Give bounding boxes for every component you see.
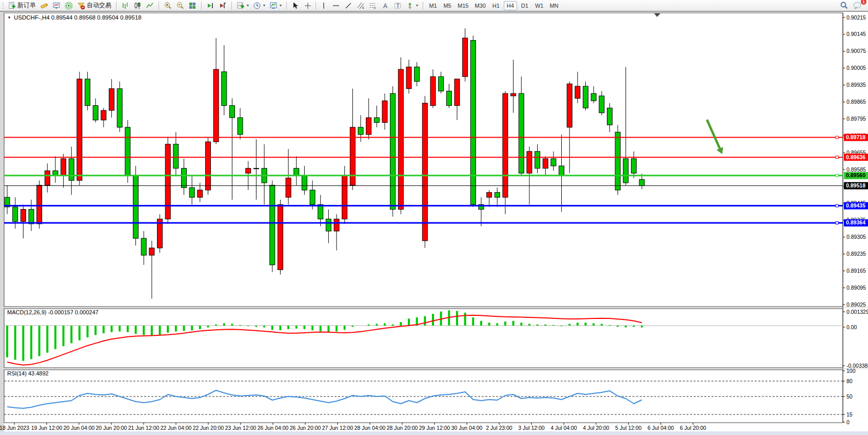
crayon-button[interactable]	[38, 1, 50, 11]
arrows-tool-button[interactable]: ▾	[404, 1, 420, 11]
svg-text:0.00: 0.00	[846, 324, 857, 330]
candle	[246, 168, 251, 173]
candlestick-type-button[interactable]	[131, 1, 144, 11]
separator	[423, 2, 423, 10]
crosshair-tool-button[interactable]	[302, 1, 314, 11]
template-button[interactable]: ▾	[267, 1, 284, 11]
candle	[446, 91, 451, 105]
timeframe-mn-button[interactable]: MN	[547, 1, 561, 10]
candle	[37, 185, 42, 224]
new-order-button[interactable]: 新订单	[6, 1, 38, 11]
svg-text:0.89795: 0.89795	[846, 116, 866, 122]
horizontal-line-tool-button[interactable]	[330, 1, 342, 11]
candle	[213, 69, 219, 142]
period-clock-icon	[253, 2, 261, 10]
text-label-tool-button[interactable]: T	[391, 1, 404, 11]
svg-text:21 Jun 12:00: 21 Jun 12:00	[128, 425, 160, 431]
new-order-icon	[8, 2, 16, 10]
chart-title: ▼USDCHF-,H4 0.89544 0.89568 0.89504 0.89…	[7, 14, 142, 21]
chart-shift-button[interactable]	[216, 1, 229, 11]
candle	[149, 248, 154, 255]
candle	[318, 204, 323, 219]
new-chart-icon	[52, 2, 61, 10]
svg-text:28 Jun 04:00: 28 Jun 04:00	[354, 425, 386, 431]
candle	[374, 118, 379, 122]
bar-chart-type-button[interactable]	[119, 1, 131, 11]
line-chart-type-button[interactable]	[144, 1, 156, 11]
svg-text:50: 50	[846, 393, 853, 400]
zoom-in-button[interactable]	[162, 1, 174, 11]
dropdown-arrow[interactable]: ▾	[280, 3, 282, 8]
candle	[439, 77, 444, 91]
symbol-dropdown-icon[interactable]: ▼	[7, 15, 11, 20]
auto-scroll-button[interactable]	[204, 1, 216, 11]
candle	[125, 127, 130, 176]
vertical-line-icon	[320, 2, 328, 10]
macd-label: MACD(12,26,9) -0.000157 0.000247	[7, 309, 98, 315]
svg-text:4 Jul 04:00: 4 Jul 04:00	[550, 425, 577, 431]
tile-windows-button[interactable]	[186, 1, 199, 11]
text-label-icon: T	[393, 2, 402, 10]
candle	[77, 79, 82, 180]
horizontal-line-icon	[332, 2, 340, 10]
dropdown-arrow[interactable]: ▾	[247, 3, 249, 8]
new-chart-button[interactable]	[50, 1, 63, 11]
candle	[495, 193, 500, 197]
candle	[133, 176, 139, 238]
svg-text:USDCHF-,H4 0.89544 0.89568 0.: USDCHF-,H4 0.89544 0.89568 0.89504 0.895…	[14, 14, 142, 21]
candle	[535, 152, 540, 168]
svg-text:26 Jun 20:00: 26 Jun 20:00	[290, 425, 321, 431]
toolbar-grip[interactable]	[2, 2, 4, 9]
timeframe-m15-button[interactable]: M15	[455, 1, 471, 10]
crosshair-icon	[304, 2, 312, 10]
candle	[350, 127, 355, 185]
svg-text:28 Jun 20:00: 28 Jun 20:00	[387, 425, 418, 431]
search-button[interactable]	[838, 1, 851, 11]
candle	[29, 210, 34, 224]
autotrade-button[interactable]: 自动交易	[75, 1, 113, 11]
timeframe-m1-button[interactable]: M1	[426, 1, 440, 10]
signal-button[interactable]	[63, 1, 75, 11]
indicators-icon	[236, 2, 245, 10]
signal-icon	[65, 2, 73, 10]
candle	[422, 103, 427, 241]
period-clock-button[interactable]: ▾	[251, 1, 267, 11]
svg-text:0.89935: 0.89935	[846, 82, 866, 88]
svg-text:22 Jun 20:00: 22 Jun 20:00	[193, 425, 224, 431]
timeframe-m5-button[interactable]: M5	[441, 1, 454, 10]
timeframe-h1-button[interactable]: H1	[489, 1, 503, 10]
template-icon	[269, 2, 278, 10]
candle	[182, 168, 187, 188]
dropdown-arrow[interactable]: ▾	[416, 3, 418, 8]
timeframe-w1-button[interactable]: W1	[532, 1, 546, 10]
candle	[270, 185, 275, 265]
vertical-line-tool-button[interactable]	[318, 1, 330, 11]
timeframe-m30-button[interactable]: M30	[472, 1, 488, 10]
svg-text:0.90075: 0.90075	[846, 48, 866, 54]
timeframe-buttons: M1M5M15M30H1H4D1W1MN	[425, 0, 562, 11]
text-tool-button[interactable]: A	[379, 1, 391, 11]
cursor-tool-button[interactable]	[289, 1, 302, 11]
separator	[116, 2, 116, 10]
new-order-label: 新订单	[17, 1, 36, 10]
trendline-icon	[344, 2, 352, 10]
candle	[430, 77, 436, 105]
svg-text:0: 0	[846, 419, 850, 425]
trendline-tool-button[interactable]	[342, 1, 354, 11]
svg-text:0.89636: 0.89636	[846, 154, 865, 160]
timeframe-h4-button[interactable]: H4	[504, 1, 517, 10]
zoom-out-button[interactable]	[174, 1, 186, 11]
candle	[415, 67, 420, 81]
indicators-button[interactable]: ▾	[234, 1, 251, 11]
channel-tool-button[interactable]: E	[354, 1, 367, 11]
svg-text:0.89718: 0.89718	[846, 134, 865, 140]
svg-text:E: E	[362, 6, 364, 9]
candle	[189, 187, 194, 197]
candle	[366, 118, 371, 135]
timeframe-d1-button[interactable]: D1	[518, 1, 531, 10]
chat-button[interactable]: 1	[851, 1, 864, 11]
svg-text:19 Jun 12:00: 19 Jun 12:00	[31, 425, 63, 431]
dropdown-arrow[interactable]: ▾	[263, 3, 265, 8]
fibonacci-tool-button[interactable]: F	[367, 1, 379, 11]
candle	[503, 93, 508, 197]
